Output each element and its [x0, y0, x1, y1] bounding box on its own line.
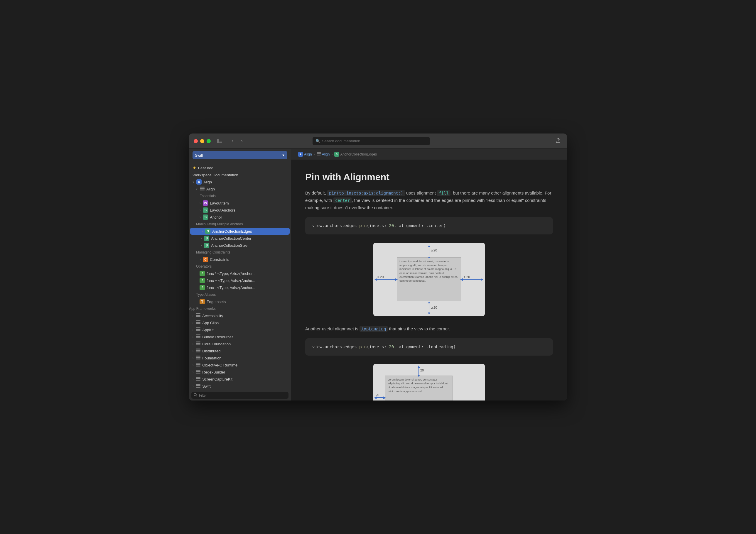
sidebar-item-label: Swift	[202, 384, 210, 388]
sidebar-item-label: AnchorCollectionCenter	[211, 236, 251, 241]
back-button[interactable]: ‹	[228, 138, 236, 144]
diag-label-left: ≥ 20	[377, 275, 384, 279]
a-icon: A	[196, 179, 202, 185]
svg-rect-13	[196, 328, 201, 328]
sidebar-item-func-subtract[interactable]: f func - <Type, Axis>(Anchor...	[189, 284, 291, 291]
chevron-right-icon: ›	[193, 335, 193, 338]
sidebar-item-anchor-collection-edges[interactable]: › S AnchorCollectionEdges	[190, 228, 290, 235]
s-icon: S	[203, 214, 208, 220]
sidebar-item-anchor[interactable]: › S Anchor	[189, 214, 291, 221]
swift-selector[interactable]: Swift ▼	[193, 151, 287, 159]
sidebar-item-regex-builder[interactable]: › RegexBuilder	[189, 368, 291, 376]
code-topleading[interactable]: topLeading	[360, 326, 388, 332]
sidebar-item-label: ScreenCaptureKit	[202, 377, 232, 382]
sidebar-item-screencapturekit[interactable]: › ScreenCaptureKit	[189, 376, 291, 383]
section-label: Essentials	[200, 194, 216, 198]
breadcrumb-link-align-inner[interactable]: Align	[322, 152, 330, 156]
breadcrumb-link-align-outer[interactable]: Align	[304, 152, 312, 156]
sidebar-item-bundle-resources[interactable]: › Bundle Resources	[189, 333, 291, 340]
code-block-1: view.anchors.edges.pin(insets: 20, align…	[305, 217, 553, 234]
sidebar-item-label: EdgeInsets	[206, 300, 226, 304]
sidebar-item-label: LayoutAnchors	[210, 208, 235, 212]
sidebar-item-label: Objective-C Runtime	[202, 363, 237, 367]
svg-rect-18	[196, 337, 201, 338]
s-icon: S	[205, 228, 210, 234]
sidebar-item-label: Bundle Resources	[202, 335, 233, 339]
sidebar-item-label: Core Foundation	[202, 342, 231, 346]
svg-rect-10	[196, 320, 201, 321]
svg-rect-3	[219, 142, 222, 143]
filter-input[interactable]	[199, 393, 286, 398]
sidebar-item-workspace[interactable]: Workspace Documentation	[189, 171, 291, 178]
sidebar-item-align-root[interactable]: ▾ A Align	[189, 178, 291, 185]
maximize-button[interactable]	[206, 139, 211, 143]
svg-rect-21	[196, 344, 201, 345]
code-block-2: view.anchors.edges.pin(insets: 20, align…	[305, 338, 553, 355]
code-center: center	[334, 198, 352, 203]
sidebar-item-edge-insets[interactable]: T EdgeInsets	[189, 298, 291, 305]
filter-input-wrap[interactable]	[191, 392, 288, 399]
search-bar[interactable]: 🔍 Search documentation	[312, 137, 430, 145]
code-fill: fill	[437, 190, 450, 196]
diag2-arrow-up: ▲	[417, 364, 420, 368]
content-area: Swift ▼ ★ Featured Workspace Documentati…	[189, 149, 567, 400]
diag2-arrow-right: ▶	[383, 395, 386, 400]
sidebar-item-app-clips[interactable]: › App Clips	[189, 319, 291, 326]
forward-button[interactable]: ›	[238, 138, 246, 144]
diagram-inner-rect: Lorem ipsum dolor sit amet, consectetur …	[397, 257, 461, 301]
close-button[interactable]	[194, 139, 198, 143]
diagram-2-wrap: Lorem ipsum dolor sit amet, consectetur …	[305, 364, 553, 400]
sidebar-item-swift[interactable]: › Swift	[189, 383, 291, 390]
sidebar: Swift ▼ ★ Featured Workspace Documentati…	[189, 149, 291, 400]
diagram-2-text: Lorem ipsum dolor sit amet, consectetur …	[385, 376, 452, 395]
svg-rect-12	[196, 323, 201, 324]
sidebar-item-anchor-collection-center[interactable]: › S AnchorCollectionCenter	[189, 235, 291, 242]
sidebar-item-foundation[interactable]: › Foundation	[189, 355, 291, 361]
svg-rect-30	[196, 365, 201, 366]
diag-arrow-right-left: ▶	[395, 277, 398, 281]
svg-rect-25	[196, 356, 201, 357]
minimize-button[interactable]	[200, 139, 204, 143]
diag-arrow-down-top: ▼	[427, 255, 431, 260]
chevron-right-icon: ›	[193, 357, 193, 360]
sidebar-item-constraints[interactable]: › C Constraints	[189, 256, 291, 263]
sidebar-item-align-child[interactable]: ▾ Align	[189, 185, 291, 193]
diagram-text: Lorem ipsum dolor sit amet, consectetur …	[397, 257, 461, 284]
sidebar-item-func-add[interactable]: f func + <Type, Axis>(Ancho...	[189, 277, 291, 284]
svg-rect-0	[217, 139, 219, 143]
chevron-down-icon: ▾	[196, 187, 198, 191]
breadcrumb: A Align › Align › S AnchorCollectionEdge…	[291, 149, 567, 160]
diag-arrow-left-right: ◀	[460, 277, 463, 281]
sidebar-item-appkit[interactable]: › AppKit	[189, 326, 291, 333]
sidebar-item-core-foundation[interactable]: › Core Foundation	[189, 340, 291, 347]
diag2-label-top: 20	[420, 368, 424, 372]
svg-rect-11	[196, 322, 201, 323]
sidebar-item-anchor-collection-size[interactable]: › S AnchorCollectionSize	[189, 242, 291, 249]
svg-rect-7	[196, 313, 201, 314]
sidebar-item-label: App Clips	[202, 321, 219, 325]
share-button[interactable]	[554, 138, 562, 144]
sidebar-item-objc-runtime[interactable]: › Objective-C Runtime	[189, 361, 291, 368]
sidebar-item-layoutitem[interactable]: › Pr LayoutItem	[189, 200, 291, 206]
sidebar-item-featured[interactable]: ★ Featured	[189, 164, 291, 171]
sidebar-toggle-button[interactable]	[215, 138, 224, 144]
sidebar-section-operators: Operators	[189, 263, 291, 270]
doc-paragraph-1: By default, pin(to:insets:axis:alignment…	[305, 190, 553, 211]
search-placeholder: Search documentation	[322, 139, 360, 143]
svg-rect-16	[196, 334, 201, 335]
sidebar-item-distributed[interactable]: › Distributed	[189, 347, 291, 355]
section-label: Manipulating Multiple Anchors	[196, 222, 243, 226]
stack-icon	[196, 349, 201, 354]
sidebar-item-func-multiply[interactable]: f func * <Type, Axis>(Anchor...	[189, 270, 291, 277]
stack-icon	[196, 363, 201, 368]
svg-line-41	[196, 395, 197, 396]
svg-rect-31	[196, 370, 201, 371]
sidebar-item-label: Align	[203, 180, 212, 184]
chevron-right-icon: ›	[193, 349, 193, 353]
stack-icon	[196, 377, 201, 382]
sidebar-item-layoutanchors[interactable]: › S LayoutAnchors	[189, 206, 291, 214]
sidebar-item-label: func + <Type, Axis>(Ancho...	[206, 279, 255, 283]
svg-rect-39	[196, 387, 201, 387]
sidebar-item-accessibility[interactable]: › Accessibility	[189, 312, 291, 319]
svg-rect-19	[196, 341, 201, 342]
